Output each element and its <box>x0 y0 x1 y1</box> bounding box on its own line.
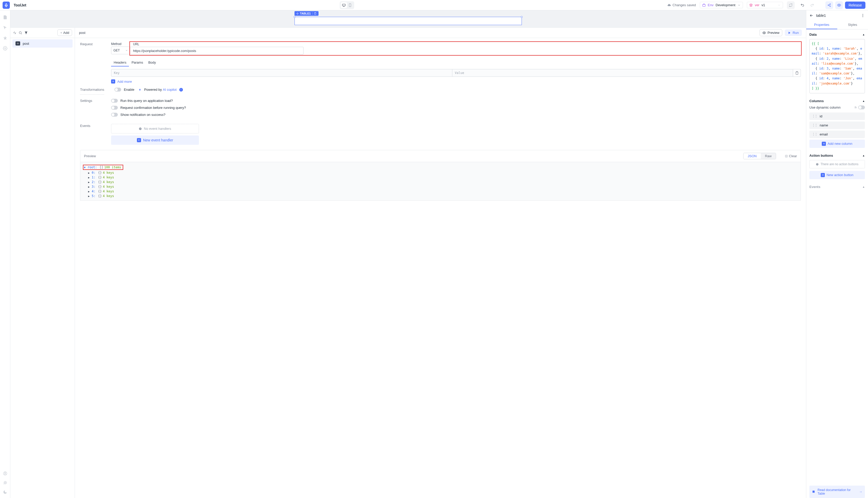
version-selector[interactable]: ver v1 <box>747 2 783 8</box>
styles-tab[interactable]: Styles <box>837 21 868 29</box>
desktop-view-button[interactable] <box>341 2 347 8</box>
events-label: Events <box>80 124 101 145</box>
app-logo[interactable] <box>3 2 10 9</box>
share-button[interactable] <box>825 1 833 9</box>
release-button[interactable]: Release <box>845 2 865 9</box>
subtab-headers[interactable]: Headers <box>111 59 129 66</box>
svg-point-15 <box>863 15 863 16</box>
svg-rect-2 <box>702 4 705 6</box>
delete-header-button[interactable] <box>793 69 801 77</box>
inspector-title: table1 <box>816 13 858 17</box>
svg-point-10 <box>19 31 21 34</box>
header-key-input[interactable]: Key <box>111 69 452 77</box>
settings-icon[interactable] <box>3 46 8 51</box>
svg-point-3 <box>829 4 830 4</box>
svg-rect-0 <box>342 4 345 6</box>
add-header-button[interactable]: +Add more <box>111 79 801 83</box>
events-section-header[interactable]: Events▲ <box>809 185 865 189</box>
json-row[interactable]: ▶ 5: {} 4 keys <box>88 194 798 198</box>
subtab-body[interactable]: Body <box>146 59 159 66</box>
current-query-name[interactable]: post <box>79 31 85 35</box>
pages-icon[interactable] <box>3 15 8 19</box>
query-item[interactable]: post <box>12 39 72 48</box>
transformations-toggle[interactable] <box>114 88 121 92</box>
data-section-header[interactable]: Data▲ <box>809 32 865 37</box>
json-row[interactable]: ▶ 4: {} 4 keys <box>88 189 798 194</box>
comments-icon[interactable] <box>3 481 8 485</box>
table-widget[interactable]: TABLE1 <box>295 17 522 25</box>
canvas-preview: TABLE1 <box>10 10 806 27</box>
new-action-button[interactable]: +New action button <box>809 171 865 179</box>
query-list-panel: +Add post <box>10 28 75 498</box>
play-icon <box>788 31 791 35</box>
setting-toggle[interactable] <box>111 106 118 110</box>
save-status: Changes saved <box>667 3 696 7</box>
undo-button[interactable] <box>799 1 806 9</box>
json-row[interactable]: ▶ 3: {} 4 keys <box>88 184 798 189</box>
transformations-label: Transformations <box>80 88 104 95</box>
subtab-params[interactable]: Params <box>129 59 146 66</box>
topbar: ToolJet Changes saved Env Development ve… <box>0 0 868 10</box>
fx-badge[interactable]: fx <box>855 106 857 109</box>
back-icon[interactable] <box>809 13 813 17</box>
mobile-view-button[interactable] <box>347 2 353 8</box>
column-item[interactable]: ⋮⋮name <box>809 121 865 129</box>
properties-tab[interactable]: Properties <box>806 21 837 29</box>
results-header: Preview JSON Raw Clear <box>80 150 801 162</box>
theme-icon[interactable] <box>3 490 8 494</box>
inspector-icon[interactable] <box>3 25 8 30</box>
book-icon <box>812 490 816 494</box>
json-row[interactable]: ▶ 0: {} 4 keys <box>88 170 798 175</box>
doc-link-footer[interactable]: Read documentation for Table → <box>809 486 865 498</box>
action-buttons-section-header[interactable]: Action buttons▲ <box>809 154 865 157</box>
svg-point-11 <box>764 32 765 34</box>
json-tab[interactable]: JSON <box>744 153 761 159</box>
more-icon[interactable] <box>861 13 865 17</box>
env-selector[interactable]: Env Development <box>700 2 743 8</box>
debugger-icon[interactable] <box>3 36 8 40</box>
svg-point-14 <box>863 14 863 14</box>
results-body: ▼ root: [] 100 items ▶ 0: {} 4 keys▶ 1: … <box>80 162 801 201</box>
drag-handle-icon[interactable]: ⋮⋮ <box>812 123 817 127</box>
collapse-icon[interactable] <box>13 31 16 35</box>
url-input[interactable]: https://jsonplaceholder.typicode.com/pos… <box>131 47 303 55</box>
brand-name: ToolJet <box>14 3 26 7</box>
no-action-placeholder: There are no action buttons <box>809 160 865 168</box>
support-icon[interactable] <box>3 471 8 476</box>
bolt-icon <box>138 88 141 92</box>
redo-button[interactable] <box>808 1 816 9</box>
clear-results-button[interactable]: Clear <box>785 154 797 158</box>
chevron-down-icon <box>737 4 741 7</box>
device-toggle <box>340 1 354 9</box>
query-preview-button[interactable]: Preview <box>759 29 782 36</box>
drag-handle-icon[interactable]: ⋮⋮ <box>812 114 817 118</box>
query-run-button[interactable]: Run <box>785 29 802 36</box>
widget-chip[interactable]: TABLE1 <box>295 11 318 16</box>
refresh-button[interactable] <box>787 1 795 9</box>
trash-icon[interactable] <box>314 12 316 15</box>
add-column-button[interactable]: +Add new column <box>809 140 865 148</box>
method-select[interactable]: GET <box>111 47 130 54</box>
columns-section-header[interactable]: Columns▲ <box>809 99 865 103</box>
column-item[interactable]: ⋮⋮email <box>809 131 865 138</box>
request-label: Request <box>80 42 101 83</box>
query-panel: +Add post post Preview Run <box>10 27 806 498</box>
drag-handle-icon[interactable]: ⋮⋮ <box>812 132 817 136</box>
svg-point-6 <box>839 5 840 6</box>
search-icon[interactable] <box>18 31 22 35</box>
setting-toggle[interactable] <box>111 99 118 103</box>
json-row[interactable]: ▶ 2: {} 4 keys <box>88 180 798 184</box>
json-row[interactable]: ▶ 1: {} 4 keys <box>88 175 798 180</box>
new-event-button[interactable]: +New event handler <box>111 135 199 145</box>
dynamic-col-toggle[interactable] <box>858 105 865 109</box>
raw-tab[interactable]: Raw <box>761 153 776 159</box>
data-code-box[interactable]: {{ [ { id: 1, name: 'Sarah', email: 'sar… <box>809 39 865 93</box>
filter-icon[interactable] <box>24 31 28 35</box>
preview-button[interactable] <box>835 1 843 9</box>
header-value-input[interactable]: Value <box>452 69 794 77</box>
info-icon[interactable]: i <box>179 88 183 92</box>
setting-toggle[interactable] <box>111 113 118 117</box>
add-query-button[interactable]: +Add <box>57 29 72 36</box>
column-item[interactable]: ⋮⋮id <box>809 113 865 120</box>
trash-icon <box>795 71 799 75</box>
